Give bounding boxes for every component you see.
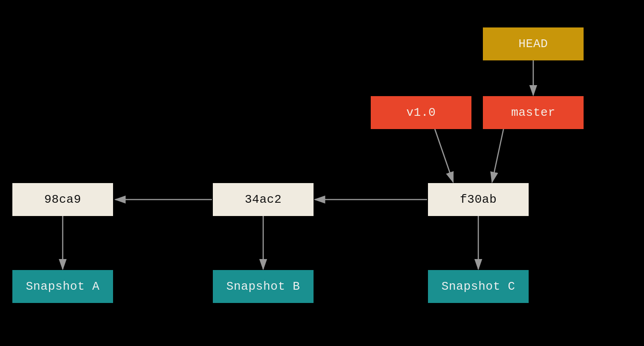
v10-node: v1.0 [371, 96, 471, 129]
v10-label: v1.0 [406, 106, 436, 119]
f30ab-label: f30ab [460, 193, 497, 206]
snapshot-a-label: Snapshot A [26, 280, 99, 293]
snapshot-b-node: Snapshot B [213, 270, 314, 303]
98ca9-label: 98ca9 [44, 193, 81, 206]
diagram: HEAD master v1.0 f30ab 34ac2 98ca9 Snaps… [0, 0, 644, 346]
svg-line-2 [435, 129, 453, 182]
snapshot-b-label: Snapshot B [226, 280, 300, 293]
snapshot-c-node: Snapshot C [428, 270, 529, 303]
svg-line-1 [492, 129, 503, 182]
master-label: master [511, 106, 556, 119]
snapshot-c-label: Snapshot C [441, 280, 515, 293]
head-node: HEAD [483, 27, 584, 60]
snapshot-a-node: Snapshot A [12, 270, 113, 303]
98ca9-node: 98ca9 [12, 183, 113, 216]
master-node: master [483, 96, 584, 129]
f30ab-node: f30ab [428, 183, 529, 216]
34ac2-node: 34ac2 [213, 183, 314, 216]
34ac2-label: 34ac2 [245, 193, 282, 206]
head-label: HEAD [519, 37, 548, 51]
